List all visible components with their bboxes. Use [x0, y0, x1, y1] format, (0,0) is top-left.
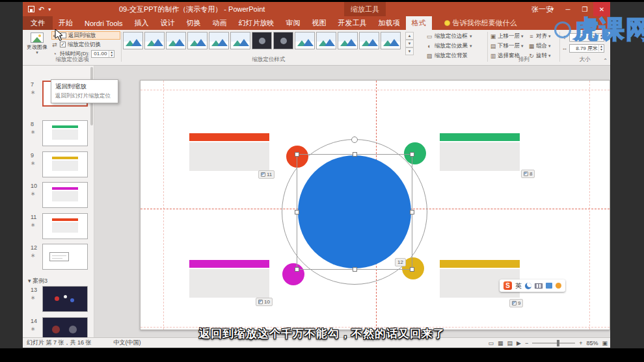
resize-handle[interactable]: [295, 152, 299, 157]
zoom-style-thumbnail[interactable]: [295, 32, 315, 49]
slide-item-11[interactable]: 11 ∗: [23, 213, 94, 242]
ime-language-mode[interactable]: 英: [515, 281, 522, 291]
slide-item-9[interactable]: 9 ∗: [23, 151, 94, 180]
slide-thumbnail[interactable]: [42, 151, 88, 177]
resize-handle[interactable]: [295, 210, 299, 214]
gallery-scroll-buttons: ▲ ▼ ▼: [405, 32, 414, 55]
close-button[interactable]: ✕: [593, 2, 610, 16]
minimize-button[interactable]: ─: [559, 2, 576, 16]
slide-item-12[interactable]: 12 ∗: [23, 244, 94, 272]
zoom-slider[interactable]: [532, 343, 575, 344]
gallery-scroll-up-icon[interactable]: ▲: [405, 32, 414, 40]
red-bar-shape[interactable]: [189, 133, 269, 141]
slide-thumbnail[interactable]: [42, 286, 88, 312]
ime-toolbar[interactable]: S 英: [500, 279, 565, 292]
zoom-style-thumbnail[interactable]: [252, 32, 272, 49]
send-backward-button[interactable]: ▤ 下移一层 ▾: [490, 42, 526, 50]
gallery-more-icon[interactable]: ▼: [405, 47, 414, 55]
zoom-slide-badge: 11: [258, 170, 275, 179]
magenta-bar-shape[interactable]: [189, 260, 269, 268]
moon-icon[interactable]: [525, 283, 531, 289]
tab-nordri-tools[interactable]: Nordri Tools: [79, 16, 129, 30]
tab-view[interactable]: 视图: [306, 16, 332, 30]
placeholder-box[interactable]: [440, 142, 520, 171]
zoom-effects-button[interactable]: ◐ 缩放定位效果 ▾: [426, 42, 486, 50]
tab-addins[interactable]: 加载项: [373, 16, 406, 30]
zoom-style-thumbnail[interactable]: [230, 32, 250, 49]
zoom-style-thumbnail[interactable]: [381, 32, 401, 49]
undo-icon[interactable]: ↶: [38, 5, 44, 14]
tab-transitions[interactable]: 切换: [181, 16, 207, 30]
tab-file[interactable]: 文件: [23, 16, 53, 30]
collapse-ribbon-icon[interactable]: ⌃: [603, 58, 608, 64]
slide-item-8[interactable]: 8 ∗: [23, 120, 94, 149]
spinner-arrows-icon[interactable]: ▲▼: [598, 34, 604, 40]
save-icon[interactable]: [28, 6, 34, 12]
zoom-style-thumbnail[interactable]: [187, 32, 208, 49]
resize-handle[interactable]: [353, 267, 357, 272]
zoom-slide-badge: 8: [521, 170, 535, 178]
tab-home[interactable]: 开始: [53, 16, 79, 30]
effects-icon: ◐: [426, 43, 433, 49]
slide-number: 8: [31, 121, 34, 127]
ribbon-display-options-icon[interactable]: ▾: [545, 2, 559, 16]
tab-insert[interactable]: 插入: [129, 16, 155, 30]
resize-handle[interactable]: [410, 267, 414, 272]
zoom-style-thumbnail[interactable]: [123, 32, 143, 49]
chevron-down-icon: ▾: [521, 34, 524, 39]
gallery-scroll-down-icon[interactable]: ▼: [405, 40, 414, 47]
qat-dropdown-icon[interactable]: ▾: [48, 6, 51, 12]
slide-item-10[interactable]: 10 ∗: [23, 182, 94, 211]
tab-format-active[interactable]: 格式: [406, 16, 432, 30]
slide-thumbnail[interactable]: [42, 213, 88, 239]
skin-icon[interactable]: [556, 283, 561, 289]
slide[interactable]: 11 8 10 9 12: [140, 80, 610, 330]
group-button[interactable]: ▦ 组合 ▾: [528, 42, 558, 50]
width-spinner[interactable]: 8.79 厘米 ▲▼: [569, 44, 604, 53]
group-separator: [487, 32, 488, 62]
tab-review[interactable]: 审阅: [280, 16, 306, 30]
margin-guide: [163, 81, 164, 330]
zoom-slide-badge: 10: [256, 298, 273, 306]
zoom-style-thumbnail[interactable]: [273, 32, 293, 49]
maximize-button[interactable]: ❐: [576, 2, 593, 16]
tab-slideshow[interactable]: 幻灯片放映: [233, 16, 280, 30]
slide-thumbnail[interactable]: [42, 120, 88, 146]
slide-editing-canvas: 11 8 10 9 12: [94, 66, 610, 337]
sogou-logo-icon[interactable]: S: [503, 281, 512, 290]
tab-developer[interactable]: 开发工具: [332, 16, 373, 30]
green-bar-shape[interactable]: [440, 133, 520, 141]
align-button[interactable]: ≡ 对齐 ▾: [528, 32, 558, 40]
slide-thumbnail[interactable]: [42, 244, 88, 270]
zoom-border-button[interactable]: ▭ 缩放定位边框 ▾: [426, 32, 486, 40]
resize-handle[interactable]: [295, 267, 299, 272]
resize-handle[interactable]: [410, 210, 414, 214]
tab-design[interactable]: 设计: [155, 16, 181, 30]
zoom-style-thumbnail[interactable]: [338, 32, 358, 49]
zoom-style-thumbnail[interactable]: [316, 32, 336, 49]
height-spinner[interactable]: 8.79 厘米 ▲▼: [569, 33, 604, 42]
slide-thumbnail[interactable]: [42, 182, 88, 208]
zoom-style-thumbnail[interactable]: [209, 32, 229, 49]
keyboard-icon[interactable]: [535, 283, 543, 289]
height-row: ↕ 8.79 厘米 ▲▼: [561, 32, 608, 42]
zoom-style-thumbnail[interactable]: [359, 32, 379, 49]
zoom-background-button[interactable]: ▨ 缩放定位背景: [426, 51, 486, 60]
zoom-style-thumbnail[interactable]: [166, 32, 186, 49]
spinner-arrows-icon[interactable]: ▲▼: [598, 45, 604, 51]
tell-me-box[interactable]: 告诉我你想要做什么: [438, 16, 523, 30]
tab-animations[interactable]: 动画: [207, 16, 233, 30]
yellow-bar-shape[interactable]: [440, 260, 520, 268]
rotation-handle[interactable]: [351, 136, 358, 143]
bring-forward-button[interactable]: ▣ 上移一层 ▾: [490, 32, 526, 40]
resize-handle[interactable]: [353, 152, 357, 157]
zoom-style-thumbnail[interactable]: [144, 32, 165, 49]
toolbox-icon[interactable]: [546, 283, 552, 289]
section-header[interactable]: ▾ 案例3: [28, 277, 47, 285]
resize-handle[interactable]: [410, 152, 414, 157]
zoom-effects-label: 缩放定位效果: [435, 42, 468, 50]
placeholder-box[interactable]: [189, 269, 269, 298]
animation-star-icon: ∗: [31, 89, 36, 96]
placeholder-box[interactable]: [189, 142, 269, 171]
slide-item-13[interactable]: 13 ∗: [23, 286, 94, 315]
